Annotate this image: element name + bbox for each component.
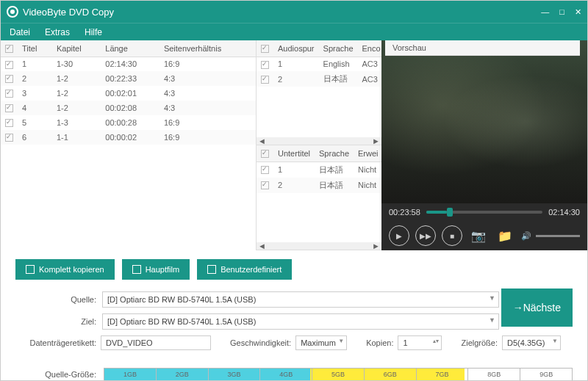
audio-panel: Audiospur Sprache Enco 1EnglishAC32日本語AC…	[257, 40, 381, 145]
preview-panel: Vorschau 00:23:58 02:14:30 ▶ ▶▶ ■ 📷 📁 🔊	[381, 40, 587, 250]
table-row[interactable]: 31-200:02:014:3	[1, 86, 256, 101]
targetsize-label: Zielgröße:	[461, 338, 498, 347]
title-bar: VideoByte DVD Copy — □ ✕	[1, 1, 587, 23]
size-tick: 7GB	[417, 369, 469, 380]
menu-bar: Datei Extras Hilfe	[1, 23, 587, 40]
row-checkbox[interactable]	[261, 166, 269, 174]
source-size-label: Quelle-Größe:	[15, 370, 96, 379]
row-checkbox[interactable]	[5, 75, 13, 83]
row-checkbox[interactable]	[5, 104, 13, 112]
row-checkbox[interactable]	[261, 61, 269, 69]
seek-slider[interactable]	[426, 211, 542, 214]
speed-dropdown[interactable]: Maximum▼	[295, 335, 347, 350]
video-preview[interactable]	[381, 40, 587, 203]
col-subtitle[interactable]: Untertitel	[273, 145, 315, 162]
table-row[interactable]: 1日本語Nicht	[257, 162, 381, 178]
table-row[interactable]: 2日本語Nicht	[257, 178, 381, 193]
mode-full-copy[interactable]: Komplett kopieren	[15, 259, 115, 280]
disc-label-input[interactable]: DVD_VIDEO	[101, 335, 211, 350]
spinner-icon: ▴▾	[433, 338, 439, 344]
maximize-button[interactable]: □	[559, 7, 564, 17]
select-all-audio-checkbox[interactable]	[261, 45, 269, 53]
copy-mode-row: Komplett kopieren Hauptfilm Benutzerdefi…	[1, 250, 587, 289]
source-label: Quelle:	[15, 295, 96, 304]
row-checkbox[interactable]	[261, 181, 269, 189]
target-label: Ziel:	[15, 317, 96, 326]
size-tick: 6GB	[365, 369, 417, 380]
row-checkbox[interactable]	[261, 76, 269, 84]
volume-icon[interactable]: 🔊	[521, 231, 531, 241]
table-row[interactable]: 41-200:02:084:3	[1, 101, 256, 115]
size-tick: 4GB	[260, 369, 312, 380]
targetsize-dropdown[interactable]: D5(4.35G)▼	[502, 335, 561, 350]
film-icon	[132, 265, 141, 274]
custom-icon	[207, 265, 216, 274]
table-row[interactable]: 2日本語AC3	[257, 71, 381, 87]
open-folder-button[interactable]: 📁	[495, 225, 515, 246]
subtitle-panel: Untertitel Sprache Erwei 1日本語Nicht2日本語Ni…	[257, 145, 381, 250]
next-button[interactable]: →Nächste	[501, 289, 573, 327]
row-checkbox[interactable]	[5, 134, 13, 142]
titles-panel: Titel Kapitel Länge Seitenverhältnis 11-…	[1, 40, 257, 250]
disc-label-label: Datenträgeretikett:	[15, 338, 96, 347]
col-audio-enc[interactable]: Enco	[358, 40, 381, 57]
copies-label: Kopien:	[366, 338, 393, 347]
snapshot-button[interactable]: 📷	[468, 225, 489, 246]
table-row[interactable]: 1EnglishAC3	[257, 57, 381, 71]
copies-spinner[interactable]: 1▴▾	[398, 335, 442, 350]
chevron-down-icon: ▼	[338, 338, 344, 344]
disc-icon	[26, 265, 35, 274]
source-dropdown[interactable]: [D] Optiarc BD RW BD-5740L 1.5A (USB)▼	[102, 291, 499, 308]
close-button[interactable]: ✕	[575, 7, 581, 17]
col-sub-ext[interactable]: Erwei	[354, 145, 381, 162]
mode-main-movie[interactable]: Hauptfilm	[122, 259, 190, 280]
mode-custom[interactable]: Benutzerdefiniert	[197, 259, 292, 280]
next-button[interactable]: ▶▶	[415, 225, 436, 246]
target-dropdown[interactable]: [D] Optiarc BD RW BD-5740L 1.5A (USB)▼	[102, 313, 499, 330]
col-audio-lang[interactable]: Sprache	[319, 40, 358, 57]
size-bar: 1GB2GB3GB4GB5GB6GB7GB8GB9GB	[104, 368, 573, 381]
menu-extras[interactable]: Extras	[45, 27, 70, 37]
audio-scrollbar[interactable]: ◄►	[257, 137, 381, 145]
size-tick: 2GB	[157, 369, 209, 380]
col-length[interactable]: Länge	[101, 40, 159, 57]
row-checkbox[interactable]	[5, 90, 13, 98]
col-ratio[interactable]: Seitenverhältnis	[159, 40, 256, 57]
col-sub-lang[interactable]: Sprache	[315, 145, 354, 162]
stop-button[interactable]: ■	[442, 225, 462, 246]
time-current: 00:23:58	[389, 208, 420, 217]
size-tick: 8GB	[468, 369, 520, 380]
size-tick: 5GB	[312, 369, 365, 380]
col-audiotrack[interactable]: Audiospur	[273, 40, 319, 57]
select-all-titles-checkbox[interactable]	[5, 45, 13, 53]
table-row[interactable]: 51-300:00:2816:9	[1, 115, 256, 130]
time-total: 02:14:30	[548, 208, 580, 217]
menu-file[interactable]: Datei	[10, 27, 30, 37]
chevron-down-icon: ▼	[489, 316, 495, 324]
subs-scrollbar[interactable]: ◄►	[257, 242, 381, 250]
row-checkbox[interactable]	[5, 61, 13, 69]
chevron-down-icon: ▼	[552, 338, 558, 344]
app-logo-icon	[7, 6, 18, 18]
play-button[interactable]: ▶	[389, 225, 409, 246]
table-row[interactable]: 21-200:22:334:3	[1, 71, 256, 86]
size-tick: 1GB	[104, 369, 157, 380]
chevron-down-icon: ▼	[489, 294, 495, 302]
select-all-subs-checkbox[interactable]	[261, 150, 269, 158]
menu-help[interactable]: Hilfe	[85, 27, 102, 37]
col-chapter[interactable]: Kapitel	[52, 40, 101, 57]
speed-label: Geschwindigkeit:	[230, 338, 291, 347]
preview-label: Vorschau	[385, 40, 580, 56]
table-row[interactable]: 11-3002:14:3016:9	[1, 57, 256, 71]
row-checkbox[interactable]	[5, 119, 13, 127]
app-title: VideoByte DVD Copy	[23, 7, 541, 18]
size-tick: 9GB	[520, 369, 572, 380]
volume-slider[interactable]	[536, 235, 580, 237]
table-row[interactable]: 61-100:00:0216:9	[1, 130, 256, 145]
minimize-button[interactable]: —	[541, 7, 549, 17]
size-tick: 3GB	[209, 369, 261, 380]
col-title[interactable]: Titel	[18, 40, 52, 57]
